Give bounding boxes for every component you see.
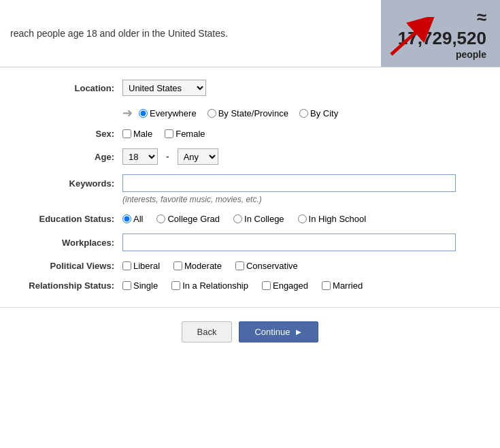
location-controls: United States Canada United Kingdom Aust… — [122, 80, 206, 96]
engaged-text: Engaged — [273, 281, 308, 291]
moderate-label[interactable]: Moderate — [173, 261, 222, 271]
relationship-row: Relationship Status: Single In a Relatio… — [0, 281, 500, 291]
stats-label: people — [456, 49, 486, 60]
age-controls: 18 1920212530 - Any 1820253035 — [122, 148, 218, 165]
continue-label: Continue — [254, 327, 290, 337]
edu-in-college-label[interactable]: In College — [233, 214, 284, 224]
top-description: reach people age 18 and older in the Uni… — [0, 0, 381, 67]
liberal-label[interactable]: Liberal — [122, 261, 160, 271]
female-label[interactable]: Female — [165, 129, 205, 139]
edu-in-college-radio[interactable] — [233, 214, 242, 223]
male-label[interactable]: Male — [122, 129, 152, 139]
education-row: Education Status: All College Grad In Co… — [0, 214, 500, 224]
arrow-icon — [388, 17, 435, 60]
svg-line-0 — [391, 24, 425, 54]
keywords-label: Keywords: — [14, 178, 122, 189]
age-dash: - — [166, 151, 169, 162]
political-row: Political Views: Liberal Moderate Conser… — [0, 261, 500, 271]
married-label[interactable]: Married — [322, 281, 363, 291]
everywhere-text: Everywhere — [150, 108, 197, 118]
liberal-text: Liberal — [133, 261, 160, 271]
age-from-select[interactable]: 18 1920212530 — [122, 148, 158, 165]
by-city-label[interactable]: By City — [299, 108, 338, 118]
age-to-select[interactable]: Any 1820253035 — [178, 148, 218, 165]
everywhere-radio[interactable] — [139, 109, 148, 118]
everywhere-label[interactable]: Everywhere — [139, 108, 197, 118]
education-label: Education Status: — [14, 214, 122, 224]
edu-high-school-label[interactable]: In High School — [298, 214, 367, 224]
age-label: Age: — [14, 152, 122, 162]
by-state-label[interactable]: By State/Province — [207, 108, 288, 118]
in-relationship-checkbox[interactable] — [171, 281, 180, 290]
edu-high-school-radio[interactable] — [298, 214, 307, 223]
location-row: Location: United States Canada United Ki… — [0, 80, 500, 96]
edu-all-text: All — [133, 214, 143, 224]
description-text: reach people age 18 and older in the Uni… — [10, 28, 228, 39]
single-label[interactable]: Single — [122, 281, 158, 291]
education-controls: All College Grad In College In High Scho… — [122, 214, 376, 224]
edu-college-grad-radio[interactable] — [156, 214, 165, 223]
married-checkbox[interactable] — [322, 281, 331, 290]
relationship-label: Relationship Status: — [14, 281, 122, 291]
political-label: Political Views: — [14, 261, 122, 271]
relationship-controls: Single In a Relationship Engaged Married — [122, 281, 372, 291]
edu-college-grad-label[interactable]: College Grad — [156, 214, 220, 224]
stats-panel: ≈ 17,729,520 people — [381, 0, 500, 67]
keywords-hint-text: (interests, favorite music, movies, etc.… — [122, 195, 262, 204]
married-text: Married — [333, 281, 363, 291]
engaged-checkbox[interactable] — [262, 281, 271, 290]
engaged-label[interactable]: Engaged — [262, 281, 308, 291]
sex-label: Sex: — [14, 129, 122, 139]
workplaces-input[interactable] — [122, 234, 456, 251]
targeting-form: Location: United States Canada United Ki… — [0, 67, 500, 308]
conservative-label[interactable]: Conservative — [235, 261, 298, 271]
keywords-input[interactable] — [122, 174, 456, 192]
single-text: Single — [133, 281, 158, 291]
edu-college-grad-text: College Grad — [167, 214, 220, 224]
moderate-text: Moderate — [184, 261, 222, 271]
continue-arrow-icon: ► — [295, 327, 303, 337]
keywords-row: Keywords: (interests, favorite music, mo… — [0, 174, 500, 204]
edu-in-college-text: In College — [244, 214, 284, 224]
keywords-inner: Keywords: — [14, 174, 486, 192]
workplaces-label: Workplaces: — [14, 238, 122, 248]
female-checkbox[interactable] — [165, 129, 173, 138]
continue-button[interactable]: Continue ► — [239, 321, 318, 342]
male-checkbox[interactable] — [122, 129, 131, 138]
keywords-hint: (interests, favorite music, movies, etc.… — [14, 194, 262, 204]
sex-controls: Male Female — [122, 129, 214, 139]
conservative-checkbox[interactable] — [235, 261, 244, 270]
edu-all-label[interactable]: All — [122, 214, 143, 224]
by-city-radio[interactable] — [299, 109, 308, 118]
by-state-text: By State/Province — [218, 108, 288, 118]
conservative-text: Conservative — [246, 261, 298, 271]
location-label: Location: — [14, 83, 122, 93]
single-checkbox[interactable] — [122, 281, 131, 290]
sex-row: Sex: Male Female — [0, 129, 500, 139]
location-arrow-icon: ➔ — [122, 106, 135, 121]
bottom-bar: Back Continue ► — [0, 308, 500, 356]
location-select[interactable]: United States Canada United Kingdom Aust… — [122, 80, 206, 96]
moderate-checkbox[interactable] — [173, 261, 182, 270]
by-city-text: By City — [310, 108, 338, 118]
political-controls: Liberal Moderate Conservative — [122, 261, 307, 271]
by-state-radio[interactable] — [207, 109, 216, 118]
location-sub-row: ➔ Everywhere By State/Province By City — [0, 106, 500, 121]
edu-all-radio[interactable] — [122, 214, 131, 223]
age-row: Age: 18 1920212530 - Any 1820253035 — [0, 148, 500, 165]
workplaces-row: Workplaces: — [0, 234, 500, 251]
male-text: Male — [133, 129, 152, 139]
edu-high-school-text: In High School — [309, 214, 367, 224]
back-button[interactable]: Back — [182, 321, 233, 342]
liberal-checkbox[interactable] — [122, 261, 131, 270]
in-relationship-text: In a Relationship — [182, 281, 248, 291]
female-text: Female — [176, 129, 205, 139]
in-relationship-label[interactable]: In a Relationship — [171, 281, 248, 291]
